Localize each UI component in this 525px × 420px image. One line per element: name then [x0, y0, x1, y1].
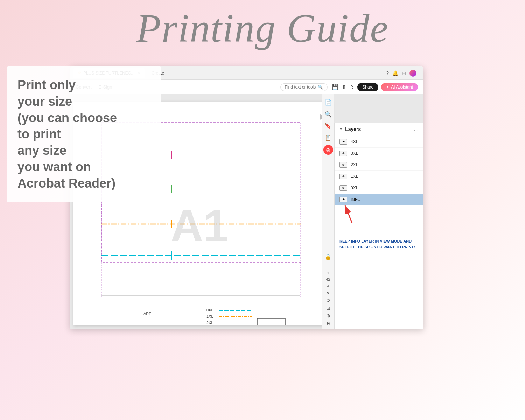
- layer-eye-1xl[interactable]: 👁: [340, 174, 347, 179]
- layers-panel: × Layers ... 👁 4XL 👁 3XL 👁: [334, 122, 424, 329]
- layer-item-3xl[interactable]: 👁 3XL: [335, 148, 424, 159]
- info-note: KEEP INFO LAYER IN VIEW MODE AND SELECT …: [335, 233, 424, 250]
- bell-icon[interactable]: 🔔: [392, 70, 398, 76]
- layer-label-3xl: 3XL: [351, 151, 358, 156]
- save-icon[interactable]: 💾: [332, 84, 339, 90]
- page-title: Printing Guide: [136, 5, 388, 51]
- panel-icon-search[interactable]: 🔍: [323, 109, 333, 119]
- text-line-4: to print: [18, 127, 61, 141]
- layer-label-4xl: 4XL: [351, 139, 358, 144]
- right-panel-icons: 📄 🔍 🔖 📋 ⊕ 🔒 1 42 ∧ ∨ ↺ ⊡ ⊕ ⊖: [322, 94, 334, 329]
- text-overlay-content: Print only your size (you can choose to …: [18, 77, 150, 192]
- page-nav-down[interactable]: ∨: [327, 290, 330, 295]
- svg-line-29: [345, 205, 352, 223]
- text-line-1: Print only: [18, 78, 76, 92]
- layer-eye-4xl[interactable]: 👁: [340, 139, 347, 145]
- panel-icon-layers-active[interactable]: ⊕: [323, 145, 333, 155]
- layer-eye-0xl[interactable]: 👁: [340, 185, 347, 191]
- layer-label-1xl: 1XL: [351, 174, 358, 179]
- ai-label: AI Assistant: [391, 85, 413, 90]
- a1-watermark: A1: [170, 200, 229, 251]
- text-line-5: any size: [18, 143, 66, 158]
- eye-icon-1xl: 👁: [342, 175, 345, 178]
- text-line-3: (you can choose: [18, 111, 117, 125]
- text-line-2: your size: [18, 94, 72, 108]
- eye-icon: 👁: [342, 140, 345, 144]
- layers-panel-header: × Layers ...: [335, 122, 424, 136]
- print-icon[interactable]: 🖨: [349, 84, 355, 90]
- upload-icon[interactable]: ⬆: [342, 84, 346, 90]
- red-arrow-container: [335, 205, 424, 233]
- red-arrow-svg: [338, 198, 366, 226]
- layer-item-0xl[interactable]: 👁 0XL: [335, 182, 424, 194]
- search-icon: 🔍: [318, 85, 323, 90]
- profile-icon[interactable]: [410, 70, 416, 77]
- text-line-7: Acrobat Reader): [18, 176, 115, 190]
- address-search-area: Find text or tools 🔍 💾 ⬆ 🖨 Share ✦ AI As…: [119, 83, 418, 91]
- panel-icon-lock[interactable]: 🔒: [323, 252, 333, 262]
- help-icon[interactable]: ?: [386, 70, 389, 76]
- page-number-total: 42: [326, 277, 330, 281]
- svg-rect-24: [257, 318, 285, 326]
- layer-item-4xl[interactable]: 👁 4XL: [335, 136, 424, 148]
- panel-icon-copy[interactable]: 📋: [323, 133, 333, 143]
- search-text-label: Find text or tools: [285, 85, 316, 90]
- layer-label-0xl: 0XL: [351, 186, 358, 190]
- svg-text:ARE: ARE: [144, 312, 152, 316]
- page-number-current: 1: [327, 271, 329, 275]
- toolbar-actions: 💾 ⬆ 🖨 Share ✦ AI Assistant: [332, 83, 418, 91]
- find-text-search[interactable]: Find text or tools 🔍: [280, 83, 328, 91]
- eye-icon-0xl: 👁: [342, 187, 345, 190]
- layers-close-button[interactable]: ×: [340, 126, 342, 132]
- svg-text:1XL: 1XL: [206, 314, 214, 318]
- ai-assistant-button[interactable]: ✦ AI Assistant: [381, 83, 418, 91]
- zoom-in-icon[interactable]: ⊕: [326, 313, 330, 318]
- zoom-fit-icon[interactable]: ⊡: [326, 305, 330, 311]
- layer-label-2xl: 2XL: [351, 162, 358, 167]
- eye-icon-3xl: 👁: [342, 152, 345, 155]
- grid-icon[interactable]: ⊞: [402, 70, 406, 76]
- layer-item-1xl[interactable]: 👁 1XL: [335, 171, 424, 182]
- text-overlay-card: Print only your size (you can choose to …: [7, 66, 161, 202]
- layers-more-button[interactable]: ...: [414, 126, 419, 132]
- layer-eye-2xl[interactable]: 👁: [340, 162, 347, 168]
- info-note-text: KEEP INFO LAYER IN VIEW MODE AND SELECT …: [340, 238, 419, 250]
- layers-panel-title: Layers: [345, 126, 411, 132]
- svg-text:2XL: 2XL: [206, 321, 214, 325]
- refresh-icon[interactable]: ↺: [326, 298, 330, 303]
- share-button[interactable]: Share: [357, 83, 378, 91]
- ai-icon: ✦: [386, 85, 390, 90]
- text-line-6: you want on: [18, 160, 91, 174]
- page-nav-up[interactable]: ∧: [327, 284, 330, 288]
- panel-icon-bookmark[interactable]: 🔖: [323, 121, 333, 131]
- layer-item-2xl[interactable]: 👁 2XL: [335, 159, 424, 171]
- layer-eye-3xl[interactable]: 👁: [340, 150, 347, 156]
- eye-icon-2xl: 👁: [342, 163, 345, 167]
- svg-text:0XL: 0XL: [206, 308, 214, 312]
- panel-icon-1[interactable]: 📄: [323, 97, 333, 107]
- zoom-out-icon[interactable]: ⊖: [326, 321, 330, 326]
